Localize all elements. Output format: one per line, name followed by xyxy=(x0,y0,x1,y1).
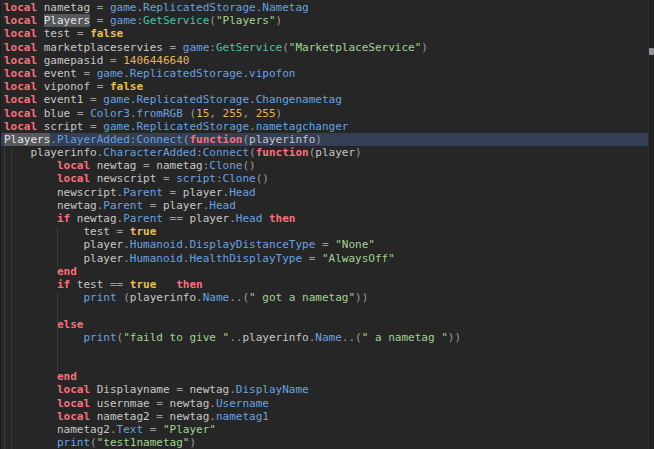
code-token: ) xyxy=(189,436,196,449)
code-token xyxy=(163,212,170,225)
code-token: Text xyxy=(117,423,144,436)
code-token: "MarketplaceService" xyxy=(289,41,421,54)
code-token: "Player" xyxy=(163,423,216,436)
code-line[interactable]: local newtag = nametag:Clone() xyxy=(0,159,654,172)
code-line[interactable]: player.Humanoid.DisplayDistanceType = "N… xyxy=(0,238,654,251)
code-token: newtag xyxy=(70,212,116,225)
code-line[interactable]: local script = game.ReplicatedStorage.na… xyxy=(0,120,654,133)
code-line[interactable]: local event = game.ReplicatedStorage.vip… xyxy=(0,67,654,80)
code-line[interactable]: newtag.Parent = player.Head xyxy=(0,199,654,212)
code-token: game xyxy=(97,67,124,80)
code-line[interactable]: local viponof = false xyxy=(0,80,654,93)
code-token: PlayerAdded xyxy=(57,133,130,146)
code-line[interactable]: test = true xyxy=(0,225,654,238)
code-token: ReplicatedStorage xyxy=(136,93,249,106)
code-token: . xyxy=(50,133,57,146)
code-line[interactable]: local blue = Color3.fromRGB (15, 255, 25… xyxy=(0,107,654,120)
code-token: ( xyxy=(249,146,256,159)
code-token: print xyxy=(83,331,116,344)
code-line[interactable]: print (playerinfo.Name..(" got a nametag… xyxy=(0,291,654,304)
scrollbar-thumb[interactable] xyxy=(649,48,654,55)
code-token: newscript xyxy=(4,186,117,199)
code-token: Connect xyxy=(203,146,249,159)
code-token: true xyxy=(130,225,157,238)
indent-guide xyxy=(11,147,12,449)
code-token xyxy=(156,278,176,291)
code-line[interactable]: local newscript = script:Clone() xyxy=(0,172,654,185)
code-token: Head xyxy=(209,199,236,212)
code-token xyxy=(143,199,150,212)
code-token: false xyxy=(110,80,143,93)
code-token xyxy=(4,331,83,344)
code-token: ) xyxy=(276,14,283,27)
code-token: . xyxy=(110,423,117,436)
editor-left-edge xyxy=(0,0,1,449)
code-token: Clone xyxy=(223,172,256,185)
code-line[interactable]: end xyxy=(0,265,654,278)
code-token: game xyxy=(110,14,137,27)
code-token: local xyxy=(57,397,90,410)
code-line[interactable]: if newtag.Parent == player.Head then xyxy=(0,212,654,225)
code-token: HealthDisplayType xyxy=(189,252,302,265)
code-line[interactable]: local nametag2 = newtag.nametag1 xyxy=(0,410,654,423)
code-token: = xyxy=(143,159,150,172)
code-line[interactable]: print("faild to give "..playerinfo.Name.… xyxy=(0,331,654,344)
code-line[interactable]: print("test1nametag") xyxy=(0,436,654,449)
code-line-current[interactable]: Players.PlayerAdded:Connect(function(pla… xyxy=(0,133,654,146)
code-token: vipofon xyxy=(249,67,295,80)
code-token: local xyxy=(57,410,90,423)
code-token: local xyxy=(4,14,37,27)
code-line[interactable]: else xyxy=(0,318,654,331)
code-token xyxy=(90,67,97,80)
code-line[interactable]: local Displayname = newtag.DisplayName xyxy=(0,383,654,396)
code-token: local xyxy=(4,54,37,67)
code-token: ) xyxy=(315,133,322,146)
code-line[interactable]: local marketplaceservies = game:GetServi… xyxy=(0,41,654,54)
code-token: 15 xyxy=(196,107,209,120)
code-line[interactable]: local Players = game:GetService("Players… xyxy=(0,14,654,27)
code-token: = xyxy=(90,120,97,133)
code-line[interactable]: nametag2.Text = "Player" xyxy=(0,423,654,436)
indent-guide xyxy=(57,293,58,371)
code-area[interactable]: local nametag = game.ReplicatedStorage.N… xyxy=(0,1,654,449)
code-line[interactable]: local gamepasid = 1406446640 xyxy=(0,54,654,67)
code-token: Parent xyxy=(123,212,163,225)
code-line[interactable]: end xyxy=(0,370,654,383)
code-token: Parent xyxy=(123,186,163,199)
code-token: = xyxy=(156,397,163,410)
code-line[interactable]: local usernmae = newtag.Username xyxy=(0,397,654,410)
code-token: newtag xyxy=(183,383,229,396)
code-token: . xyxy=(123,238,130,251)
code-token: print xyxy=(83,291,116,304)
code-line[interactable]: local nametag = game.ReplicatedStorage.N… xyxy=(0,1,654,14)
code-token: local xyxy=(57,172,90,185)
code-token: Head xyxy=(236,212,263,225)
code-line[interactable]: player.Humanoid.HealthDisplayType = "Alw… xyxy=(0,252,654,265)
code-token xyxy=(262,212,269,225)
code-token xyxy=(123,225,130,238)
code-token: ( xyxy=(123,291,130,304)
scrollbar-track[interactable] xyxy=(648,0,654,449)
code-token: Connect xyxy=(136,133,182,146)
code-line[interactable] xyxy=(0,344,654,357)
code-line[interactable]: local test = false xyxy=(0,27,654,40)
code-token: viponof xyxy=(37,80,97,93)
code-line[interactable]: local event1 = game.ReplicatedStorage.Ch… xyxy=(0,93,654,106)
code-token: test xyxy=(4,225,117,238)
code-line[interactable] xyxy=(0,357,654,370)
code-line[interactable]: if test == true then xyxy=(0,278,654,291)
code-token: local xyxy=(4,27,37,40)
code-token xyxy=(103,14,110,27)
code-token: nametagchanger xyxy=(256,120,349,133)
code-token: 255 xyxy=(223,107,243,120)
code-line[interactable]: playerinfo.CharacterAdded:Connect(functi… xyxy=(0,146,654,159)
code-line[interactable] xyxy=(0,304,654,317)
code-line[interactable]: newscript.Parent = player.Head xyxy=(0,186,654,199)
code-token: " a nametag " xyxy=(362,331,448,344)
code-token: : xyxy=(196,146,203,159)
code-token: game xyxy=(103,120,130,133)
code-token: local xyxy=(4,67,37,80)
code-token: game xyxy=(183,41,210,54)
code-token: = xyxy=(110,54,117,67)
code-token xyxy=(315,238,322,251)
